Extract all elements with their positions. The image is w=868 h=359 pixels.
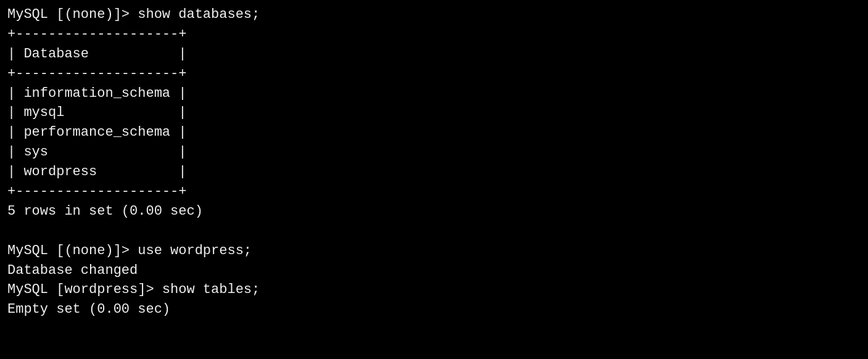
terminal-output: MySQL [(none)]> show databases; +-------… (7, 5, 861, 320)
